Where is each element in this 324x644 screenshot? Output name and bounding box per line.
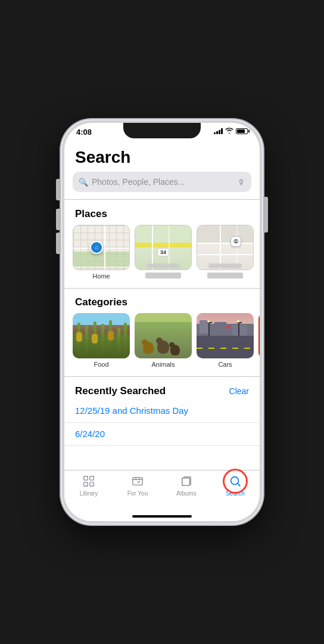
- home-indicator: [132, 515, 192, 518]
- map-badge-34: 34: [157, 248, 169, 256]
- category-card-cars[interactable]: Cars: [197, 313, 254, 368]
- tab-library-label: Library: [80, 490, 98, 497]
- tab-bar: Library For You: [64, 470, 260, 513]
- category-img-food: [73, 313, 130, 358]
- search-bar-icon: 🔍: [79, 178, 88, 187]
- category-card-animals[interactable]: Animals: [135, 313, 192, 368]
- divider-2: [64, 288, 260, 289]
- map-3-label-blur: [209, 264, 242, 268]
- categories-section-title: Categories: [64, 290, 260, 313]
- place-card-3[interactable]: ①: [197, 225, 254, 280]
- category-label-food: Food: [94, 361, 108, 368]
- search-result-link-1[interactable]: 6/24/20: [75, 429, 105, 439]
- tab-search[interactable]: Search: [211, 474, 260, 497]
- tab-for-you[interactable]: For You: [113, 474, 162, 497]
- search-result-item-1[interactable]: 6/24/20: [64, 423, 260, 446]
- map-badge-1: ①: [230, 236, 241, 247]
- svg-rect-6: [182, 478, 190, 486]
- wifi-icon: [225, 128, 233, 135]
- svg-rect-4: [133, 478, 143, 485]
- for-you-icon: [130, 474, 145, 488]
- tab-albums[interactable]: Albums: [162, 474, 211, 497]
- place-label-2: [145, 273, 181, 278]
- phone-frame: 4:08 Search: [61, 119, 263, 525]
- categories-row: Food Animals: [64, 313, 260, 374]
- page-title: Search: [64, 142, 260, 172]
- notch: [123, 123, 201, 138]
- search-bar-placeholder: Photos, People, Places...: [92, 177, 234, 187]
- category-label-cars: Cars: [218, 361, 232, 368]
- place-card-2[interactable]: 34: [135, 225, 192, 280]
- albums-icon: [179, 474, 194, 488]
- svg-rect-2: [84, 482, 88, 486]
- tab-library[interactable]: Library: [64, 474, 113, 497]
- svg-rect-0: [84, 476, 88, 480]
- search-active-ring: [223, 469, 248, 494]
- home-pin-icon: [90, 241, 103, 254]
- category-card-food[interactable]: Food: [73, 313, 130, 368]
- category-label-animals: Animals: [151, 361, 175, 368]
- search-result-link-0[interactable]: 12/25/19 and Christmas Day: [75, 405, 188, 416]
- category-img-animals: [135, 313, 192, 358]
- search-bar[interactable]: 🔍 Photos, People, Places... 🎙: [73, 172, 251, 192]
- microphone-icon[interactable]: 🎙: [238, 178, 245, 187]
- status-time: 4:08: [76, 128, 92, 137]
- search-result-item-0[interactable]: 12/25/19 and Christmas Day: [64, 400, 260, 423]
- search-icon: [228, 474, 242, 488]
- place-label-home: Home: [92, 273, 110, 280]
- place-map-3: ①: [197, 225, 254, 270]
- place-card-home[interactable]: Home: [73, 225, 130, 280]
- clear-button[interactable]: Clear: [229, 386, 249, 396]
- place-map-2: 34: [135, 225, 192, 270]
- main-content: Search 🔍 Photos, People, Places... 🎙 Pla…: [64, 142, 260, 470]
- status-icons: [214, 128, 248, 135]
- divider-3: [64, 376, 260, 377]
- tab-for-you-label: For You: [127, 490, 148, 497]
- phone-screen: 4:08 Search: [64, 123, 260, 521]
- category-img-cars: [197, 313, 254, 358]
- map-2-label-blur: [147, 264, 180, 268]
- svg-rect-1: [90, 476, 94, 480]
- divider-1: [64, 199, 260, 200]
- place-label-3: [207, 273, 243, 278]
- tab-albums-label: Albums: [176, 490, 196, 497]
- battery-icon: [236, 128, 248, 134]
- recently-searched-header: Recently Searched Clear: [64, 379, 260, 400]
- svg-rect-3: [90, 482, 94, 486]
- places-section-title: Places: [64, 202, 260, 225]
- category-card-partial: [258, 313, 260, 368]
- signal-icon: [214, 128, 223, 134]
- places-row: Home 34: [64, 225, 260, 286]
- library-icon: [82, 474, 96, 488]
- recently-searched-title: Recently Searched: [75, 385, 166, 397]
- svg-rect-5: [182, 478, 190, 486]
- place-map-home: [73, 225, 130, 270]
